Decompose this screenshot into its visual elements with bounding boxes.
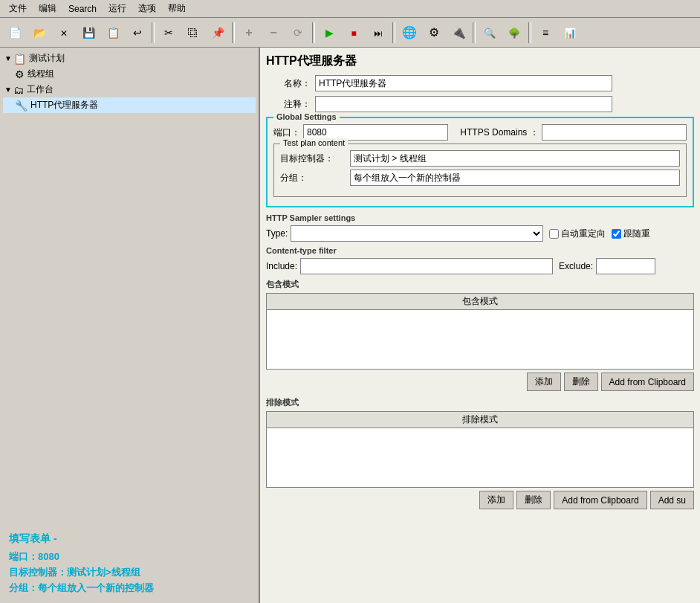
tree-item-http-proxy[interactable]: 🔧 HTTP代理服务器 [3, 97, 256, 113]
search-icon [484, 26, 496, 39]
name-row: 名称： [266, 75, 694, 91]
http-proxy-label: HTTP代理服务器 [30, 99, 98, 112]
toolbar-separator-3 [312, 22, 315, 43]
search-toolbar-button[interactable] [478, 21, 502, 45]
copy-button[interactable] [181, 21, 205, 45]
https-input[interactable] [542, 124, 687, 141]
save-button[interactable] [77, 21, 100, 45]
expand-icon-test-plan: ▼ [4, 54, 12, 62]
include-pattern-body [266, 310, 694, 370]
menu-options[interactable]: 选项 [132, 1, 162, 16]
tree-item-workspace[interactable]: ▼ 🗂 工作台 [3, 82, 256, 97]
add-icon [245, 26, 252, 39]
stop-icon [351, 26, 356, 39]
cut-button[interactable] [157, 21, 181, 45]
toolbar-separator-6 [528, 22, 531, 43]
comment-input[interactable] [315, 96, 612, 112]
stop-run-button[interactable] [342, 21, 366, 45]
name-label: 名称： [266, 77, 311, 90]
global-settings-title: Global Settings [273, 112, 340, 121]
remote-stop-button[interactable]: ⚙ [422, 21, 446, 45]
paste-button[interactable] [206, 21, 230, 45]
tree-item-thread-group[interactable]: ⚙ 线程组 [3, 66, 256, 82]
exclude-pattern-body [266, 428, 694, 488]
add-node-button[interactable] [237, 21, 261, 45]
group-input[interactable] [350, 170, 680, 186]
info-port: 端口：8080 [9, 550, 250, 564]
toolbar-separator-2 [232, 22, 235, 43]
target-controller-row: 目标控制器： [280, 150, 680, 167]
tree-item-test-plan[interactable]: ▼ 📋 测试计划 [3, 51, 256, 66]
save-icon [82, 26, 95, 39]
new-button[interactable] [3, 21, 27, 45]
info-target: 目标控制器：测试计划>线程组 [9, 566, 250, 579]
exclude-pattern-buttons: 添加 删除 Add from Clipboard Add su [266, 491, 694, 509]
remove-node-button[interactable] [262, 21, 285, 45]
http-sampler-title: HTTP Sampler settings [266, 213, 694, 222]
paste-icon [212, 26, 224, 39]
menu-help[interactable]: 帮助 [162, 1, 192, 16]
name-input[interactable] [315, 75, 612, 91]
include-add-button[interactable]: 添加 [527, 373, 561, 391]
exclude-input[interactable] [596, 258, 655, 274]
main-layout: ▼ 📋 测试计划 ⚙ 线程组 ▼ 🗂 工作台 🔧 HTTP代理服务器 填写表单 … [0, 48, 700, 603]
clear-button[interactable] [286, 21, 310, 45]
cut-icon [164, 26, 173, 39]
include-input[interactable] [300, 258, 553, 274]
exclude-add-button[interactable]: 添加 [479, 491, 513, 509]
toolbar-separator-4 [392, 22, 395, 43]
filter-row: Include: Exclude: [266, 258, 694, 274]
menu-edit[interactable]: 编辑 [33, 1, 62, 16]
close-button[interactable] [52, 21, 76, 45]
tree-area: ▼ 📋 测试计划 ⚙ 线程组 ▼ 🗂 工作台 🔧 HTTP代理服务器 [0, 48, 259, 526]
auto-redirect-checkbox[interactable] [549, 229, 559, 239]
menu-run[interactable]: 运行 [103, 1, 132, 16]
https-label: HTTPS Domains ： [460, 126, 538, 139]
auto-redirect-checkbox-label: 自动重定向 [549, 228, 606, 240]
follow-redirect-checkbox-label: 跟随重 [612, 228, 650, 240]
exclude-pattern-header: 排除模式 [266, 411, 694, 428]
step-button[interactable] [366, 21, 390, 45]
toolbar: 🌐 ⚙ 🔌 [0, 18, 700, 48]
exclude-pattern-section: 排除模式 排除模式 添加 删除 Add from Clipboard Add s… [266, 397, 694, 509]
thread-group-icon: ⚙ [15, 68, 25, 80]
group-label: 分组： [280, 172, 347, 184]
content-type-filter-title: Content-type filter [266, 246, 694, 255]
include-clipboard-button[interactable]: Add from Clipboard [601, 373, 694, 391]
target-label: 目标控制器： [280, 152, 347, 165]
target-input[interactable] [350, 150, 680, 167]
open-icon [33, 26, 46, 39]
exclude-label: Exclude: [559, 261, 593, 271]
thread-group-label: 线程组 [27, 68, 54, 80]
tree-button[interactable] [502, 21, 526, 45]
auto-redirect-label: 自动重定向 [561, 228, 606, 240]
include-remove-button[interactable]: 删除 [564, 373, 598, 391]
follow-redirect-checkbox[interactable] [612, 229, 621, 239]
menu-search[interactable]: Search [62, 2, 103, 16]
revert-icon [133, 26, 142, 39]
type-dropdown[interactable] [291, 225, 543, 242]
toolbar-separator-5 [473, 22, 476, 43]
remote-stop-icon: ⚙ [429, 25, 439, 39]
play-button[interactable] [317, 21, 341, 45]
open-button[interactable] [27, 21, 51, 45]
exclude-remove-button[interactable]: 删除 [516, 491, 551, 509]
test-plan-label: 测试计划 [29, 52, 65, 65]
exclude-add-suggestions-button[interactable]: Add su [650, 491, 694, 509]
revert-button[interactable] [126, 21, 149, 45]
comment-label: 注释： [266, 98, 311, 111]
list-button[interactable] [534, 21, 557, 45]
step-icon [374, 26, 383, 39]
remote-play-button[interactable]: 🌐 [398, 21, 421, 45]
menubar: 文件 编辑 Search 运行 选项 帮助 [0, 0, 700, 18]
remote-play-icon: 🌐 [402, 25, 417, 39]
follow-redirect-label: 跟随重 [623, 228, 650, 240]
menu-file[interactable]: 文件 [3, 1, 33, 16]
test-plan-icon: 📋 [13, 53, 26, 65]
report-button[interactable] [558, 21, 582, 45]
new-icon [9, 26, 22, 39]
copy-icon [188, 26, 198, 39]
exclude-clipboard-button[interactable]: Add from Clipboard [554, 491, 646, 509]
remote-clear-button[interactable]: 🔌 [447, 21, 470, 45]
save-as-button[interactable] [101, 21, 125, 45]
